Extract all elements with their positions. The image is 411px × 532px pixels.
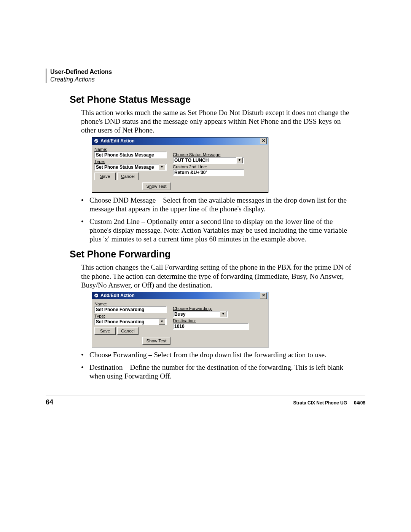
bullet-list-forwarding: Choose Forwarding – Select from the drop… xyxy=(70,350,351,381)
footer-date: 04/08 xyxy=(354,400,365,406)
section-heading-forwarding: Set Phone Forwarding xyxy=(70,249,351,260)
footer-doc-title: Strata CIX Net Phone UG xyxy=(293,400,347,406)
chevron-down-icon[interactable]: ▼ xyxy=(159,164,165,170)
status-message-value: OUT TO LUNCH xyxy=(174,158,209,163)
name-value: Set Phone Status Message xyxy=(96,152,154,158)
bullet-list-status: Choose DND Message – Select from the ava… xyxy=(70,196,351,244)
name-label: Name: xyxy=(94,147,170,152)
type-select[interactable]: Set Phone Forwarding ▼ xyxy=(94,318,167,325)
app-icon xyxy=(94,293,99,298)
type-label: Type: xyxy=(94,314,170,318)
type-value: Set Phone Forwarding xyxy=(96,319,144,324)
dialog-title: Add/Edit Action xyxy=(100,138,260,144)
status-message-label: Choose Status Message xyxy=(173,152,266,157)
chevron-down-icon[interactable]: ▼ xyxy=(236,157,243,163)
list-item: Choose Forwarding – Select from the drop… xyxy=(81,350,351,359)
type-select[interactable]: Set Phone Status Message ▼ xyxy=(94,164,167,171)
forwarding-label: Choose Forwarding: xyxy=(173,306,266,311)
name-value: Set Phone Forwarding xyxy=(96,307,144,312)
header-title: User-Defined Actions xyxy=(50,69,112,75)
save-button[interactable]: Save xyxy=(94,173,116,180)
destination-field[interactable]: 1010 xyxy=(173,323,249,330)
list-item: Destination – Define the number for the … xyxy=(81,363,351,380)
page-number: 64 xyxy=(46,398,53,406)
header-subtitle: Creating Actions xyxy=(50,76,112,83)
show-test-button[interactable]: Show Test xyxy=(142,337,170,345)
app-icon xyxy=(94,138,99,144)
save-button[interactable]: Save xyxy=(94,327,116,335)
section-heading-status: Set Phone Status Message xyxy=(70,94,351,105)
custom-line-field[interactable]: Return &U+'30' xyxy=(173,169,244,176)
page-footer: 64 Strata CIX Net Phone UG 04/08 xyxy=(46,396,365,406)
section-intro-status: This action works much the same as Set P… xyxy=(70,108,351,135)
name-field[interactable]: Set Phone Forwarding xyxy=(94,306,167,313)
chevron-down-icon[interactable]: ▼ xyxy=(220,311,226,317)
page-header: User-Defined Actions Creating Actions xyxy=(46,69,112,83)
forwarding-select[interactable]: Busy ▼ xyxy=(173,311,228,318)
destination-label: Destination: xyxy=(173,318,266,323)
chevron-down-icon[interactable]: ▼ xyxy=(159,319,165,325)
type-value: Set Phone Status Message xyxy=(96,165,154,170)
name-field[interactable]: Set Phone Status Message xyxy=(94,152,167,158)
dialog-titlebar[interactable]: Add/Edit Action ✕ xyxy=(92,292,268,299)
custom-line-value: Return &U+'30' xyxy=(174,170,207,175)
dialog-title: Add/Edit Action xyxy=(100,293,260,298)
list-item: Custom 2nd Line – Optionally enter a sec… xyxy=(81,217,351,244)
custom-line-label: Custom 2nd Line: xyxy=(173,165,266,169)
list-item: Choose DND Message – Select from the ava… xyxy=(81,196,351,213)
section-intro-forwarding: This action changes the Call Forwarding … xyxy=(70,263,351,289)
show-test-button[interactable]: Show Test xyxy=(142,182,170,190)
forwarding-value: Busy xyxy=(174,312,185,317)
destination-value: 1010 xyxy=(174,324,185,329)
name-label: Name: xyxy=(94,302,170,306)
cancel-button[interactable]: Cancel xyxy=(117,173,139,180)
close-icon[interactable]: ✕ xyxy=(260,138,267,144)
status-message-select[interactable]: OUT TO LUNCH ▼ xyxy=(173,157,244,164)
dialog-titlebar[interactable]: Add/Edit Action ✕ xyxy=(92,137,268,145)
close-icon[interactable]: ✕ xyxy=(260,292,267,299)
type-label: Type: xyxy=(94,159,170,164)
dialog-status-message: Add/Edit Action ✕ Name: Set Phone Status… xyxy=(92,137,268,193)
dialog-forwarding: Add/Edit Action ✕ Name: Set Phone Forwar… xyxy=(92,292,268,347)
cancel-button[interactable]: Cancel xyxy=(117,327,139,335)
